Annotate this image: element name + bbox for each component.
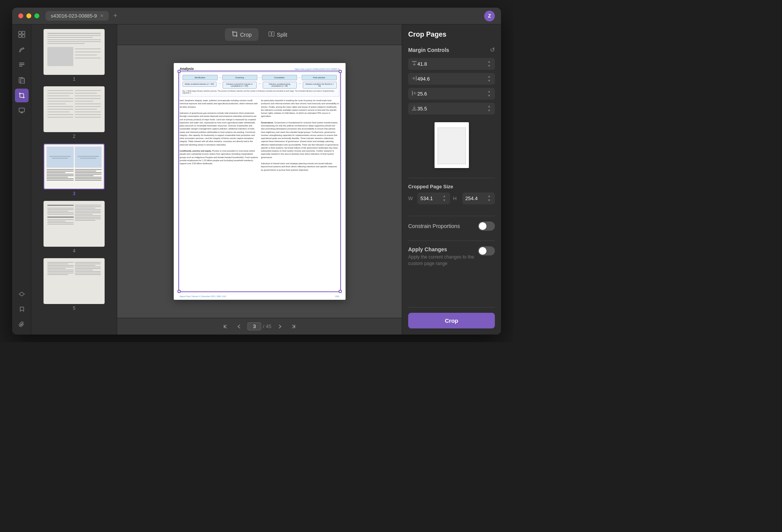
apply-toggle-knob [479,247,486,255]
svg-rect-13 [416,76,417,81]
divider-1 [408,178,495,178]
sidebar-item-attach[interactable] [15,318,29,331]
sidebar-item-combine[interactable] [15,104,29,118]
thumbnail-page-5[interactable]: 5 [35,258,113,311]
current-page-input[interactable] [247,322,261,330]
divider-3 [408,241,495,241]
page-preview-crop-area [438,128,466,164]
doc-footer-journal: Nature Food | Volume 4 | December 2023 |… [180,295,226,298]
tab-label: s43016-023-00885-9 [51,13,97,19]
right-margin-value: 494.6 [417,76,486,82]
thumbnail-page-3[interactable]: 3 [35,144,113,196]
sidebar-item-pages[interactable] [15,73,29,87]
divider-2 [408,216,495,216]
top-margin-up[interactable]: ▲ [486,60,492,64]
bottom-margin-up[interactable]: ▲ [486,105,492,108]
top-margin-down[interactable]: ▼ [486,64,492,68]
constrain-toggle-knob [479,222,486,230]
new-tab-button[interactable]: + [113,12,118,20]
tab-close-icon[interactable]: ✕ [100,13,103,18]
active-tab[interactable]: s43016-023-00885-9 ✕ [45,11,109,21]
cropped-size-section: Cropped Page Size W 534.1 ▲ ▼ H 254.4 [408,184,495,204]
constrain-toggle[interactable] [478,222,495,231]
apply-title: Apply Changes [408,246,475,252]
width-value: 534.1 [420,196,433,201]
user-avatar[interactable]: Z [484,11,495,21]
sidebar-item-edit[interactable] [15,58,29,72]
icon-bar [12,24,31,335]
svg-rect-11 [272,32,274,36]
right-margin-icon [411,75,417,82]
margin-controls-header: Margin Controls ↺ [408,46,495,53]
width-down[interactable]: ▼ [442,199,447,202]
minimize-button[interactable] [26,13,31,18]
reset-margins-button[interactable]: ↺ [490,46,495,53]
svg-rect-2 [19,35,21,37]
width-up[interactable]: ▲ [442,194,447,198]
height-value: 254.4 [465,196,478,201]
app-window: s43016-023-00885-9 ✕ + Z [12,8,501,335]
title-bar: s43016-023-00885-9 ✕ + Z [12,8,501,24]
doc-title: Analysis [180,67,194,71]
thumbnail-page-1[interactable]: 1 [35,29,113,82]
prev-page-button[interactable] [234,321,244,332]
page-preview [435,122,469,168]
content-area: Crop Split [117,24,402,335]
sidebar-item-thumbnail[interactable] [15,27,29,41]
width-stepper: ▲ ▼ [442,194,447,202]
bottom-margin-down[interactable]: ▼ [486,109,492,113]
thumb-label-4: 4 [73,248,76,254]
panel-title: Crop Pages [408,31,495,39]
sidebar-item-bookmark[interactable] [15,302,29,316]
close-button[interactable] [18,13,23,18]
svg-rect-8 [21,78,24,84]
margin-controls-label: Margin Controls [408,47,449,53]
svg-rect-14 [412,91,413,95]
height-down[interactable]: ▼ [486,199,492,202]
thumb-label-3: 3 [73,191,76,196]
svg-rect-5 [19,64,24,65]
height-up[interactable]: ▲ [486,194,492,198]
thumb-label-5: 5 [73,306,76,311]
right-margin-down[interactable]: ▼ [486,79,492,83]
svg-rect-6 [19,66,23,66]
svg-rect-9 [19,108,24,112]
next-page-button[interactable] [275,321,285,332]
page-document: Analysis https://doi.org/10.1038/s43016-… [174,63,346,300]
thumbnail-img-4 [44,201,105,247]
right-margin-up[interactable]: ▲ [486,75,492,79]
bottom-margin-value: 35.5 [417,106,486,112]
traffic-lights [18,13,39,18]
last-page-button[interactable] [288,321,299,332]
apply-desc: Apply the current changes to the custom … [408,254,475,267]
svg-rect-15 [412,110,417,110]
svg-rect-1 [22,31,25,34]
left-margin-down[interactable]: ▼ [486,94,492,98]
sidebar-item-crop-active[interactable] [15,89,29,102]
tab-area: s43016-023-00885-9 ✕ + [45,11,484,21]
height-input[interactable]: 254.4 ▲ ▼ [462,192,495,204]
sidebar-item-layers[interactable] [15,287,29,301]
cropped-size-title: Cropped Page Size [408,184,495,189]
right-panel: Crop Pages Margin Controls ↺ 41.8 ▲ ▼ [402,24,501,335]
first-page-button[interactable] [220,321,231,332]
page-viewer: Analysis https://doi.org/10.1038/s43016-… [117,45,402,318]
svg-rect-4 [19,63,24,63]
thumbnail-img-1 [44,29,105,75]
thumbnail-page-2[interactable]: 2 [35,86,113,139]
apply-changes-row: Apply Changes Apply the current changes … [408,246,495,273]
svg-rect-3 [22,35,25,37]
split-tool-button[interactable]: Split [262,28,294,41]
thumbnail-img-5 [44,258,105,304]
apply-toggle[interactable] [478,246,495,255]
crop-tool-button[interactable]: Crop [225,28,259,41]
size-row: W 534.1 ▲ ▼ H 254.4 ▲ ▼ [408,192,495,204]
width-input[interactable]: 534.1 ▲ ▼ [417,192,450,204]
fullscreen-button[interactable] [34,13,39,18]
crop-bottom-button[interactable]: Crop [408,313,495,328]
sidebar-item-annotate[interactable] [15,43,29,57]
left-margin-up[interactable]: ▲ [486,90,492,94]
thumbnail-page-4[interactable]: 4 [35,201,113,254]
main-area: 1 [12,24,501,335]
crop-tool-label: Crop [240,32,252,38]
